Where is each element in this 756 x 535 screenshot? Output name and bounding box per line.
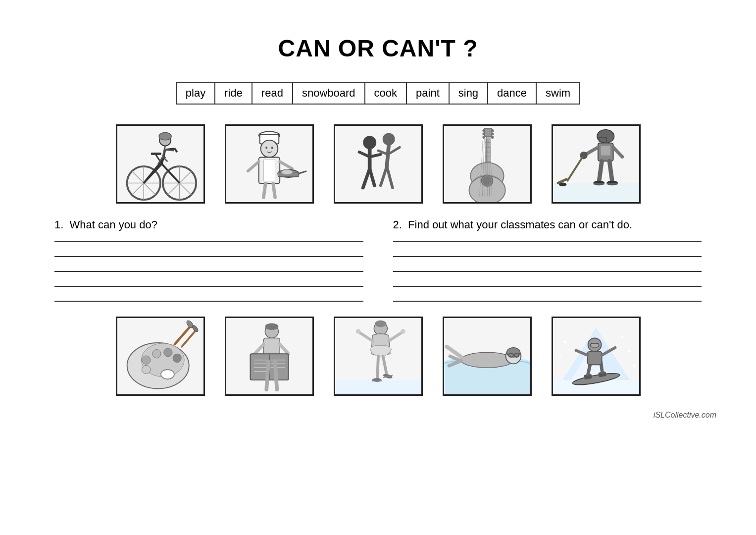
svg-line-108 [280, 344, 288, 354]
questions-section: 1. What can you do? 2. Find out what you… [40, 218, 716, 302]
skate-svg [335, 318, 421, 394]
word-read: read [252, 83, 293, 104]
q1-number: 1. [54, 218, 63, 231]
write-line [54, 271, 363, 272]
image-cyclist [116, 124, 205, 204]
svg-point-97 [163, 348, 172, 357]
image-guitar [443, 124, 532, 204]
svg-line-44 [369, 169, 374, 186]
svg-point-28 [271, 147, 273, 149]
svg-line-124 [389, 332, 402, 341]
svg-line-43 [363, 169, 369, 188]
bottom-images-row [40, 317, 716, 396]
svg-line-31 [248, 161, 258, 171]
image-cook [225, 124, 314, 204]
svg-point-89 [606, 181, 618, 186]
svg-point-91 [558, 183, 566, 187]
svg-line-100 [174, 325, 191, 344]
svg-point-122 [375, 321, 386, 327]
svg-point-96 [152, 350, 160, 358]
svg-line-32 [280, 161, 292, 168]
svg-line-119 [275, 362, 277, 390]
svg-point-19 [159, 132, 171, 140]
word-cook: cook [365, 83, 407, 104]
word-ride: ride [215, 83, 252, 104]
footer-text: iSLCollective.com [654, 411, 716, 419]
svg-point-56 [491, 129, 494, 132]
image-swimming [443, 317, 532, 396]
svg-rect-153 [590, 343, 599, 347]
svg-point-99 [142, 365, 150, 374]
write-line [393, 286, 702, 287]
guitar-svg [444, 126, 530, 202]
image-skating [334, 317, 423, 396]
q2-text: Find out what your classmates can or can… [408, 218, 632, 231]
word-dance: dance [488, 83, 537, 104]
svg-line-86 [609, 161, 612, 182]
svg-point-57 [491, 132, 494, 135]
svg-line-37 [263, 183, 265, 197]
page-title: CAN OR CAN'T ? [40, 35, 716, 62]
write-line [54, 286, 363, 287]
swim-svg [444, 318, 530, 394]
svg-line-46 [387, 145, 389, 166]
svg-point-98 [173, 354, 181, 362]
svg-point-155 [621, 336, 623, 338]
word-snowboard: snowboard [293, 83, 365, 104]
word-bank-inner: play ride read snowboard cook paint sing… [176, 82, 580, 105]
svg-rect-30 [263, 159, 275, 181]
svg-point-26 [260, 140, 278, 158]
svg-point-53 [482, 129, 485, 132]
svg-rect-79 [601, 146, 610, 155]
svg-line-21 [164, 150, 173, 151]
svg-point-55 [482, 136, 485, 139]
question-2-col: 2. Find out what your classmates can or … [393, 218, 702, 302]
svg-point-27 [265, 147, 267, 149]
svg-point-76 [597, 130, 614, 143]
svg-line-15 [174, 149, 177, 152]
write-line [54, 241, 363, 242]
word-paint: paint [407, 83, 450, 104]
write-line [393, 301, 702, 302]
hockey-svg [553, 126, 639, 202]
svg-point-125 [355, 329, 360, 334]
cook-svg [226, 126, 312, 202]
write-lines-1 [54, 241, 363, 302]
svg-point-39 [363, 136, 376, 149]
write-lines-2 [393, 241, 702, 302]
dancer-svg [335, 126, 421, 202]
svg-point-58 [491, 136, 494, 139]
word-bank: play ride read snowboard cook paint sing… [40, 82, 716, 105]
svg-point-158 [633, 364, 636, 367]
image-hockey [552, 124, 641, 204]
question-2-label: 2. Find out what your classmates can or … [393, 218, 702, 231]
paint-svg [117, 318, 203, 394]
image-dancers [334, 124, 423, 204]
image-paint [116, 317, 205, 396]
top-images-row [40, 124, 716, 204]
write-line [393, 241, 702, 242]
svg-rect-120 [335, 380, 421, 394]
svg-line-118 [266, 362, 268, 390]
svg-point-154 [563, 340, 566, 343]
svg-point-157 [559, 355, 561, 357]
svg-line-50 [387, 166, 393, 188]
word-play: play [177, 83, 215, 104]
svg-point-36 [281, 170, 293, 175]
svg-line-49 [380, 166, 387, 186]
q2-number: 2. [393, 218, 402, 231]
svg-line-13 [144, 157, 165, 183]
svg-point-54 [482, 132, 485, 135]
svg-point-156 [628, 350, 630, 353]
image-snowboarding [552, 317, 641, 396]
svg-rect-75 [553, 183, 639, 203]
svg-line-127 [377, 356, 378, 379]
svg-point-105 [265, 323, 278, 330]
svg-rect-17 [151, 153, 161, 155]
svg-point-94 [160, 370, 174, 379]
snowboard-svg [553, 318, 639, 394]
svg-point-87 [593, 181, 605, 186]
svg-line-123 [359, 332, 372, 341]
write-line [393, 256, 702, 257]
footer: iSLCollective.com [40, 411, 716, 420]
